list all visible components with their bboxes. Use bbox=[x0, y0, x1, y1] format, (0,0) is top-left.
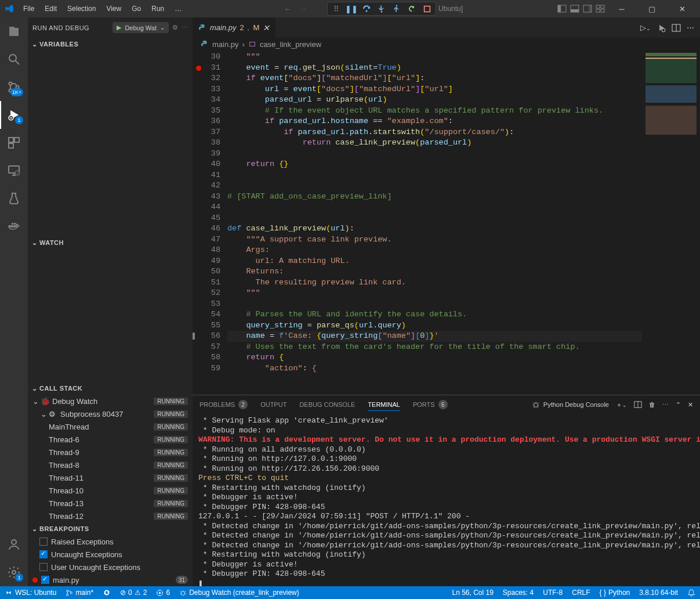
debug-restart-button[interactable] bbox=[407, 3, 417, 14]
editor-more-icon[interactable]: ⋯ bbox=[687, 23, 694, 32]
debug-rerun-icon[interactable] bbox=[657, 23, 666, 33]
panel-tab-output[interactable]: OUTPUT bbox=[260, 399, 286, 410]
status-problems[interactable]: ⊘0⚠2 bbox=[115, 586, 151, 599]
minimap[interactable] bbox=[642, 50, 700, 395]
python-file-icon bbox=[198, 24, 206, 32]
callstack-row[interactable]: Thread-11RUNNING bbox=[28, 471, 193, 484]
svg-point-0 bbox=[366, 10, 368, 12]
window-title-tail: Ubuntu] bbox=[438, 5, 463, 13]
debug-stepover-button[interactable] bbox=[361, 3, 372, 14]
debug-stepinto-button[interactable] bbox=[376, 3, 387, 14]
split-terminal-icon[interactable] bbox=[634, 400, 642, 409]
status-encoding[interactable]: UTF-8 bbox=[538, 589, 567, 597]
callstack-row[interactable]: Thread-12RUNNING bbox=[28, 510, 193, 522]
play-icon: ▶ bbox=[117, 24, 121, 31]
panel-tab-terminal[interactable]: TERMINAL bbox=[368, 399, 400, 411]
editor[interactable]: 3031323334353637383940414243444546474849… bbox=[193, 50, 700, 395]
panel-tab-ports[interactable]: PORTS6 bbox=[413, 398, 448, 412]
callstack-row[interactable]: Thread-8RUNNING bbox=[28, 459, 193, 471]
status-spaces[interactable]: Spaces: 4 bbox=[498, 589, 538, 597]
breakpoint-option[interactable]: Uncaught Exceptions bbox=[28, 548, 193, 561]
menu-selection[interactable]: Selection bbox=[63, 2, 100, 15]
svg-rect-7 bbox=[571, 9, 579, 12]
layout-panel-left-icon[interactable] bbox=[557, 4, 567, 13]
section-variables[interactable]: ⌄VARIABLES bbox=[28, 38, 193, 50]
panel-maximize-button[interactable]: ⌃ bbox=[676, 401, 681, 409]
status-notifications[interactable] bbox=[683, 589, 700, 597]
status-ports[interactable]: 6 bbox=[151, 586, 175, 599]
scm-badge: 1K+ bbox=[10, 88, 23, 96]
menu-run[interactable]: Run bbox=[147, 2, 169, 15]
debug-config-selector[interactable]: ▶ Debug Wat ⌄ bbox=[113, 22, 169, 33]
breakpoint-option[interactable]: Raised Exceptions bbox=[28, 535, 193, 548]
window-close-button[interactable]: ✕ bbox=[669, 0, 695, 17]
sidebar-title: RUN AND DEBUG bbox=[32, 24, 113, 31]
terminal-new-button[interactable]: ＋⌄ bbox=[616, 400, 627, 409]
debug-stepout-button[interactable] bbox=[391, 3, 402, 14]
status-language[interactable]: { }Python bbox=[595, 589, 635, 597]
activity-testing[interactable] bbox=[0, 185, 28, 212]
activity-docker[interactable] bbox=[0, 212, 28, 240]
breakpoint-option[interactable]: User Uncaught Exceptions bbox=[28, 561, 193, 573]
activity-explorer[interactable] bbox=[0, 17, 28, 45]
status-branch[interactable]: main* bbox=[61, 586, 98, 599]
layout-panel-bottom-icon[interactable] bbox=[570, 4, 579, 13]
activity-settings[interactable]: 1 bbox=[0, 558, 28, 586]
panel-tab-problems[interactable]: PROBLEMS2 bbox=[200, 398, 248, 412]
nav-forward-button[interactable]: → bbox=[297, 2, 311, 15]
section-breakpoints[interactable]: ⌄BREAKPOINTS bbox=[28, 522, 193, 535]
debug-pause-button[interactable]: ❚❚ bbox=[346, 3, 357, 14]
layout-customize-icon[interactable] bbox=[596, 4, 605, 13]
callstack-row[interactable]: Thread-6RUNNING bbox=[28, 433, 193, 446]
activity-extensions[interactable] bbox=[0, 129, 28, 157]
menu-file[interactable]: File bbox=[19, 2, 39, 15]
gear-icon[interactable]: ⚙ bbox=[172, 24, 178, 31]
section-callstack[interactable]: ⌄CALL STACK bbox=[28, 382, 193, 395]
callstack-row[interactable]: Thread-9RUNNING bbox=[28, 446, 193, 459]
status-remote[interactable]: WSL: Ubuntu bbox=[0, 586, 61, 599]
panel-close-button[interactable]: ✕ bbox=[688, 401, 693, 409]
activity-search[interactable] bbox=[0, 45, 28, 73]
menu-more[interactable]: … bbox=[170, 2, 186, 15]
activity-remote-explorer[interactable] bbox=[0, 157, 28, 185]
debug-stop-button[interactable] bbox=[422, 3, 432, 14]
breakpoint-file[interactable]: main.py31 bbox=[28, 573, 193, 586]
nav-back-button[interactable]: ← bbox=[281, 2, 295, 15]
layout-panel-right-icon[interactable] bbox=[583, 4, 592, 13]
tab-close-button[interactable]: ✕ bbox=[263, 23, 270, 33]
terminal-profile-selector[interactable]: Python Debug Console bbox=[532, 400, 609, 409]
activity-run-debug[interactable]: 1 bbox=[0, 101, 28, 129]
breadcrumb[interactable]: main.py › case_link_preview bbox=[193, 38, 700, 50]
activity-source-control[interactable]: 1K+ bbox=[0, 73, 28, 101]
window-minimize-button[interactable]: ─ bbox=[608, 0, 635, 17]
menu-edit[interactable]: Edit bbox=[40, 2, 61, 15]
tab-main-py[interactable]: main.py 2, M ✕ bbox=[193, 17, 276, 38]
status-sync[interactable] bbox=[98, 586, 115, 599]
callstack-row[interactable]: ⌄⚙Subprocess 80437RUNNING bbox=[28, 407, 193, 420]
menu-view[interactable]: View bbox=[101, 2, 126, 15]
run-file-button[interactable]: ▷⌄ bbox=[640, 23, 651, 32]
panel-more-icon[interactable]: ⋯ bbox=[662, 401, 669, 409]
activity-accounts[interactable] bbox=[0, 531, 28, 558]
callstack-row[interactable]: MainThreadRUNNING bbox=[28, 420, 193, 433]
split-editor-icon[interactable] bbox=[672, 23, 681, 33]
svg-point-14 bbox=[9, 55, 16, 62]
more-icon[interactable]: ⋯ bbox=[182, 24, 188, 31]
kill-terminal-button[interactable]: 🗑 bbox=[649, 401, 655, 408]
titlebar: File Edit Selection View Go Run … ← → ⠿ … bbox=[0, 0, 700, 17]
section-watch[interactable]: ⌄WATCH bbox=[28, 236, 193, 249]
status-eol[interactable]: CRLF bbox=[567, 589, 594, 597]
debug-drag-handle-icon[interactable]: ⠿ bbox=[331, 3, 342, 14]
svg-point-45 bbox=[181, 591, 185, 596]
callstack-row[interactable]: Thread-10RUNNING bbox=[28, 484, 193, 497]
panel-tab-debugconsole[interactable]: DEBUG CONSOLE bbox=[299, 399, 355, 410]
window-maximize-button[interactable]: ▢ bbox=[639, 0, 665, 17]
menu-go[interactable]: Go bbox=[127, 2, 146, 15]
svg-point-40 bbox=[67, 590, 68, 591]
callstack-row[interactable]: ⌄🐞Debug WatchRUNNING bbox=[28, 395, 193, 407]
terminal-output[interactable]: * Serving Flask app 'create_link_preview… bbox=[193, 414, 700, 586]
callstack-row[interactable]: Thread-13RUNNING bbox=[28, 497, 193, 510]
status-cursor-position[interactable]: Ln 56, Col 19 bbox=[447, 589, 498, 597]
status-interpreter[interactable]: 3.8.10 64-bit bbox=[634, 589, 683, 597]
status-debug-session[interactable]: Debug Watch (create_link_preview) bbox=[175, 586, 304, 599]
